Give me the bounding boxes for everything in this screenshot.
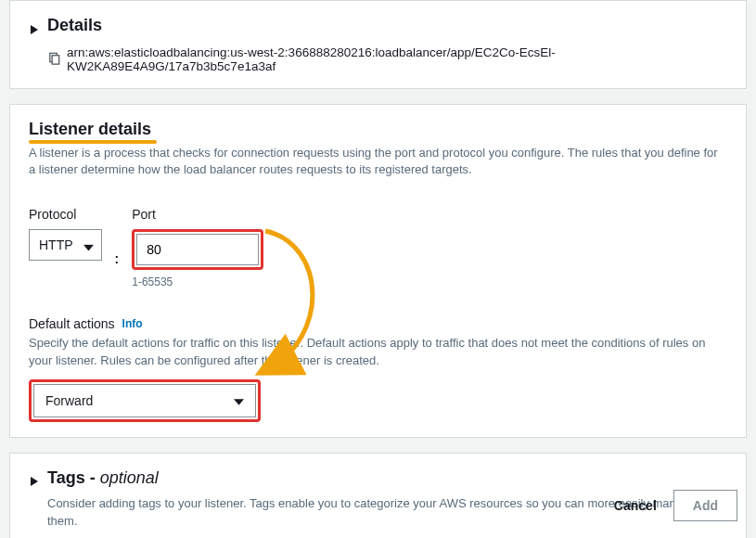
port-range: 1-65535 xyxy=(132,275,263,288)
default-actions-help: Specify the default actions for traffic … xyxy=(29,335,727,370)
listener-description: A listener is a process that checks for … xyxy=(29,145,727,180)
svg-rect-2 xyxy=(52,56,59,64)
details-header[interactable]: Details xyxy=(29,16,102,35)
default-actions-label-row: Default actions Info xyxy=(29,316,727,331)
arn-row: arn:aws:elasticloadbalancing:us-west-2:3… xyxy=(29,45,727,73)
details-title: Details xyxy=(47,16,102,35)
chevron-right-icon xyxy=(29,20,40,32)
copy-icon[interactable] xyxy=(47,52,61,66)
protocol-port-row: Protocol HTTP : Port 1-65535 xyxy=(29,207,727,288)
details-panel: Details arn:aws:elasticloadbalancing:us-… xyxy=(9,0,747,89)
action-highlight: Forward xyxy=(29,379,261,422)
protocol-label: Protocol xyxy=(29,207,102,222)
protocol-value: HTTP xyxy=(39,237,73,252)
caret-down-icon xyxy=(234,393,244,408)
highlight-underline xyxy=(29,140,157,144)
colon-separator: : xyxy=(115,251,120,266)
listener-title: Listener details xyxy=(29,120,151,139)
cancel-button[interactable]: Cancel xyxy=(614,498,657,513)
protocol-select[interactable]: HTTP xyxy=(29,229,102,261)
default-action-select[interactable]: Forward xyxy=(33,384,256,417)
protocol-field: Protocol HTTP xyxy=(29,207,102,261)
port-field: Port 1-65535 xyxy=(132,207,263,288)
arn-text: arn:aws:elasticloadbalancing:us-west-2:3… xyxy=(67,45,727,73)
svg-marker-3 xyxy=(83,245,94,251)
svg-marker-0 xyxy=(31,25,38,34)
svg-marker-4 xyxy=(234,399,244,405)
listener-panel: Listener details A listener is a process… xyxy=(9,104,747,438)
port-input[interactable] xyxy=(136,234,259,265)
add-button[interactable]: Add xyxy=(673,490,737,521)
footer: Cancel Add xyxy=(0,479,756,532)
info-link[interactable]: Info xyxy=(122,317,143,330)
caret-down-icon xyxy=(83,239,94,254)
port-label: Port xyxy=(132,207,263,222)
default-action-value: Forward xyxy=(45,393,93,408)
port-highlight xyxy=(132,229,263,270)
default-actions-label: Default actions xyxy=(29,316,115,331)
